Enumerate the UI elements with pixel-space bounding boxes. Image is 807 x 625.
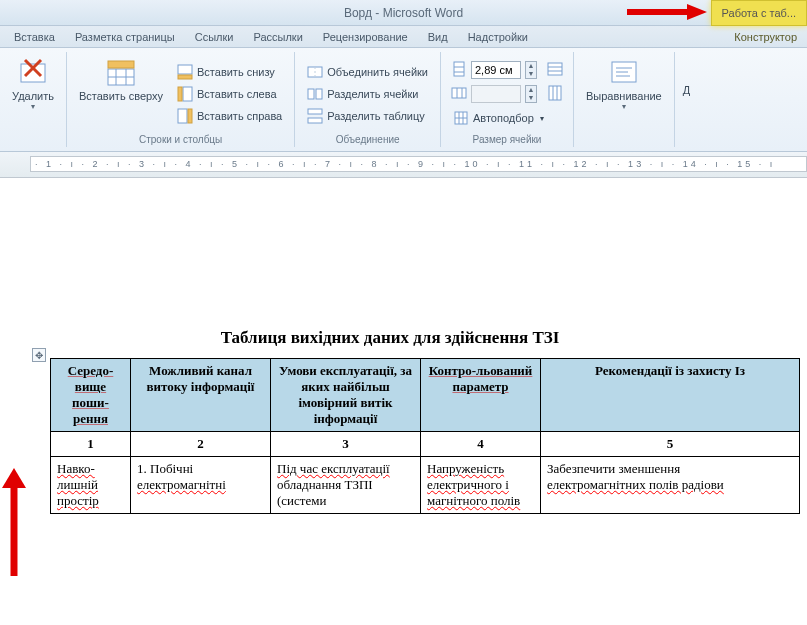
svg-rect-22 xyxy=(454,62,464,76)
svg-rect-28 xyxy=(452,88,466,98)
header-cell: Рекомендації із захисту Із xyxy=(541,359,800,432)
document-area[interactable]: Таблиця вихідних даних для здійснення ТЗ… xyxy=(0,178,807,625)
alignment-icon xyxy=(608,56,640,88)
ruler-scale: · 1 · ı · 2 · ı · 3 · ı · 4 · ı · 5 · ı … xyxy=(30,156,807,172)
insert-left-button[interactable]: Вставить слева xyxy=(173,84,286,104)
insert-below-label: Вставить снизу xyxy=(197,66,275,78)
svg-marker-43 xyxy=(2,468,26,488)
insert-left-label: Вставить слева xyxy=(197,88,277,100)
tab-mailings[interactable]: Рассылки xyxy=(243,28,312,46)
insert-left-icon xyxy=(177,86,193,102)
cell-height-input[interactable] xyxy=(471,85,521,103)
svg-rect-10 xyxy=(178,65,192,74)
tab-page-layout[interactable]: Разметка страницы xyxy=(65,28,185,46)
cell-width-input[interactable] xyxy=(471,61,521,79)
svg-rect-14 xyxy=(178,109,187,123)
autofit-label: Автоподбор xyxy=(473,112,534,124)
autofit-button[interactable]: Автоподбор ▾ xyxy=(449,108,565,128)
autofit-icon xyxy=(453,110,469,126)
ribbon-group-data: Д xyxy=(675,52,690,147)
dropdown-icon: ▾ xyxy=(540,114,544,123)
svg-rect-11 xyxy=(178,75,192,79)
insert-above-icon xyxy=(105,56,137,88)
split-cells-icon xyxy=(307,86,323,102)
split-table-button[interactable]: Разделить таблицу xyxy=(303,106,432,126)
horizontal-ruler[interactable]: · 1 · ı · 2 · ı · 3 · ı · 4 · ı · 5 · ı … xyxy=(0,152,807,178)
cell: Під час експлуатації обладнання ТЗПІ (си… xyxy=(271,457,421,514)
insert-right-button[interactable]: Вставить справа xyxy=(173,106,286,126)
title-bar: Ворд - Microsoft Word Работа с таб... xyxy=(0,0,807,26)
num-cell: 4 xyxy=(421,432,541,457)
insert-below-button[interactable]: Вставить снизу xyxy=(173,62,286,82)
split-cells-button[interactable]: Разделить ячейки xyxy=(303,84,432,104)
insert-right-icon xyxy=(177,108,193,124)
svg-marker-1 xyxy=(687,4,707,20)
ribbon-group-cellsize: ▲▼ ▲▼ xyxy=(441,52,574,147)
svg-rect-15 xyxy=(188,109,192,123)
group-label-align xyxy=(582,145,666,147)
cell: Напруженість електричного і магнітного п… xyxy=(421,457,541,514)
svg-rect-21 xyxy=(308,118,322,123)
split-table-label: Разделить таблицу xyxy=(327,110,425,122)
distribute-cols-icon[interactable] xyxy=(547,85,563,103)
alignment-button[interactable]: Выравнивание ▾ xyxy=(582,54,666,145)
height-spinner[interactable]: ▲▼ xyxy=(525,85,537,103)
row-height-icon xyxy=(451,61,467,79)
document-title: Таблиця вихідних даних для здійснення ТЗ… xyxy=(40,328,740,348)
tab-insert[interactable]: Вставка xyxy=(4,28,65,46)
tab-review[interactable]: Рецензирование xyxy=(313,28,418,46)
header-cell: Середо-вище поши-рення xyxy=(51,359,131,432)
merge-cells-button[interactable]: Объединить ячейки xyxy=(303,62,432,82)
insert-above-button[interactable]: Вставить сверху xyxy=(75,54,167,134)
delete-table-icon xyxy=(17,56,49,88)
ribbon-group-merge: Объединить ячейки Разделить ячейки Разде… xyxy=(295,52,441,147)
contextual-tab-label: Работа с таб... xyxy=(722,7,796,19)
dropdown-icon: ▾ xyxy=(31,102,35,111)
insert-right-label: Вставить справа xyxy=(197,110,282,122)
delete-label: Удалить xyxy=(12,90,54,102)
insert-above-label: Вставить сверху xyxy=(79,90,163,102)
svg-rect-13 xyxy=(178,87,182,101)
ribbon: Удалить ▾ Вставить сверху xyxy=(0,48,807,152)
data-label-cut: Д xyxy=(683,54,690,147)
cell: Навко- лишній простір xyxy=(51,457,131,514)
col-width-icon xyxy=(451,85,467,103)
insert-below-icon xyxy=(177,64,193,80)
header-cell: Умови експлуатації, за яких найбільш імо… xyxy=(271,359,421,432)
svg-rect-12 xyxy=(183,87,192,101)
dropdown-icon: ▾ xyxy=(622,102,626,111)
header-cell: Контро-льований параметр xyxy=(421,359,541,432)
svg-rect-20 xyxy=(308,109,322,114)
cell: Забезпечити зменшення електромагнітних п… xyxy=(541,457,800,514)
distribute-rows-icon[interactable] xyxy=(547,61,563,79)
num-cell: 5 xyxy=(541,432,800,457)
ribbon-group-delete: Удалить ▾ xyxy=(0,52,67,147)
tab-addins[interactable]: Надстройки xyxy=(458,28,538,46)
annotation-arrow-left xyxy=(0,468,34,578)
num-cell: 2 xyxy=(131,432,271,457)
width-spinner[interactable]: ▲▼ xyxy=(525,61,537,79)
group-label-merge: Объединение xyxy=(303,134,432,147)
cell: 1. Побічні електромагнітні xyxy=(131,457,271,514)
tab-references[interactable]: Ссылки xyxy=(185,28,244,46)
table-move-handle[interactable]: ✥ xyxy=(32,348,46,362)
tab-design[interactable]: Конструктор xyxy=(724,28,807,46)
table-number-row: 1 2 3 4 5 xyxy=(51,432,800,457)
delete-button[interactable]: Удалить ▾ xyxy=(8,54,58,145)
svg-rect-31 xyxy=(549,86,561,100)
group-label-rows-cols: Строки и столбцы xyxy=(75,134,286,147)
ruler-marks: · 1 · ı · 2 · ı · 3 · ı · 4 · ı · 5 · ı … xyxy=(35,159,775,169)
table-header-row: Середо-вище поши-рення Можливий канал ви… xyxy=(51,359,800,432)
group-label-cellsize: Размер ячейки xyxy=(449,134,565,147)
merge-cells-icon xyxy=(307,64,323,80)
tab-view[interactable]: Вид xyxy=(418,28,458,46)
contextual-tab-header[interactable]: Работа с таб... xyxy=(711,0,807,26)
window-title: Ворд - Microsoft Word xyxy=(344,6,463,20)
move-icon: ✥ xyxy=(35,350,43,361)
split-table-icon xyxy=(307,108,323,124)
svg-rect-19 xyxy=(316,89,322,99)
alignment-label: Выравнивание xyxy=(586,90,662,102)
merge-cells-label: Объединить ячейки xyxy=(327,66,428,78)
data-table[interactable]: Середо-вище поши-рення Можливий канал ви… xyxy=(50,358,800,514)
svg-rect-25 xyxy=(548,63,562,75)
